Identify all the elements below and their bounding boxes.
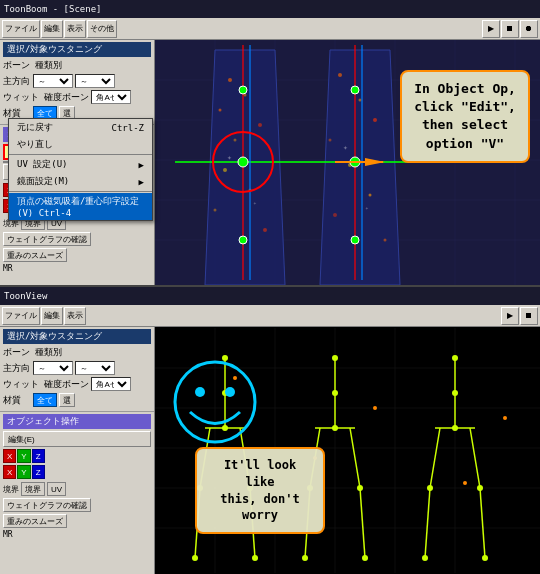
svg-point-104 [225, 387, 235, 397]
uv-text: UV 設定(U) [17, 158, 68, 171]
undo-shortcut: Ctrl-Z [111, 123, 144, 133]
bottom-misc-row: 重みのスムーズ [3, 514, 151, 528]
dropdown-item-v[interactable]: 頂点の磁気吸着/重心印字設定(V) Ctrl-4 [9, 193, 152, 220]
bottom-bone-label: ボーン 種類別 [3, 346, 62, 359]
svg-point-81 [357, 485, 363, 491]
redo-text: やり直し [17, 138, 53, 151]
main-container: ToonBoom - [Scene] ファイル 編集 表示 その他 ▶ ⏹ ⏺ … [0, 0, 540, 574]
bottom-angle-select[interactable]: 角Aせ [91, 377, 131, 391]
svg-point-38 [239, 236, 247, 244]
toolbar-icon-1[interactable]: ▶ [482, 20, 500, 38]
bottom-dir-label: 主方向 [3, 362, 31, 375]
bottom-menu-file[interactable]: ファイル [2, 307, 40, 325]
dropdown-item-mirror[interactable]: 鏡面設定(M) ▶ [9, 173, 152, 190]
svg-point-102 [175, 362, 255, 442]
svg-text:✦: ✦ [343, 143, 348, 152]
svg-point-36 [239, 86, 247, 94]
dropdown-item-uv[interactable]: UV 設定(U) ▶ [9, 156, 152, 173]
menu-edit[interactable]: 編集 [41, 20, 63, 38]
bottom-uv-row: 境界 境界 UV [3, 482, 151, 496]
bottom-btn-z1[interactable]: Z [32, 449, 45, 463]
bottom-tab-1[interactable]: 境界 [21, 482, 45, 496]
width-label: ウィット 確度ボーン [3, 91, 89, 104]
bottom-direction-row: 主方向 ～ ～ [3, 361, 151, 375]
bottom-menu-edit[interactable]: 編集 [41, 307, 63, 325]
bubble-line2: click "Edit", [414, 99, 516, 114]
bottom-viewport: It'll look like this, don't worry [155, 327, 540, 574]
svg-point-29 [333, 213, 337, 217]
bottom-play-btn[interactable]: ▶ [501, 307, 519, 325]
bottom-toolbar: ファイル 編集 表示 ▶ ⏹ [0, 305, 540, 327]
bottom-btn-all[interactable]: 全て [33, 393, 57, 407]
bottom-width-row: ウィット 確度ボーン 角Aせ [3, 377, 151, 391]
separator-1 [9, 154, 152, 155]
svg-point-78 [332, 390, 338, 396]
svg-point-43 [351, 236, 359, 244]
bottom-dir-select[interactable]: ～ [33, 361, 73, 375]
bottom-btn-x1[interactable]: X [3, 449, 16, 463]
top-titlebar: ToonBoom - [Scene] [0, 0, 540, 18]
bottom-menu-view[interactable]: 表示 [64, 307, 86, 325]
svg-text:✦: ✦ [227, 153, 232, 162]
toolbar-icon-3[interactable]: ⏺ [520, 20, 538, 38]
svg-point-91 [452, 390, 458, 396]
bottom-btn-y1[interactable]: Y [17, 449, 30, 463]
smiley-face [170, 357, 260, 447]
svg-point-93 [427, 485, 433, 491]
svg-point-23 [338, 73, 342, 77]
bottom-btn-x2[interactable]: X [3, 465, 16, 479]
svg-point-77 [332, 355, 338, 361]
bottom-edit-btn[interactable]: 編集(E) [3, 431, 151, 447]
bottom-stop-btn[interactable]: ⏹ [520, 307, 538, 325]
dropdown-item-redo[interactable]: やり直し [9, 136, 152, 153]
angle-select[interactable]: 角Aせ [91, 90, 131, 104]
bubble-line3: then select [422, 117, 508, 132]
bone-label: ボーン 種類別 [3, 59, 62, 72]
top-info-bubble: In Object Op, click "Edit", then select … [400, 70, 530, 163]
svg-point-28 [369, 194, 372, 197]
reset-row: ウェイトグラフの確認 [3, 232, 151, 246]
direction-select2[interactable]: ～ [75, 74, 115, 88]
undo-text: 元に戻す [17, 121, 53, 134]
misc-label: MR [3, 264, 13, 273]
top-title: ToonBoom - [Scene] [4, 4, 102, 14]
bottom-tab-uv[interactable]: UV [47, 482, 66, 496]
menu-other[interactable]: その他 [87, 20, 117, 38]
bottom-mr-row: MR [3, 530, 151, 539]
menu-view[interactable]: 表示 [64, 20, 86, 38]
svg-text:✦: ✦ [253, 199, 257, 206]
bottom-width-label: ウィット 確度ボーン [3, 378, 89, 391]
top-window: ToonBoom - [Scene] ファイル 編集 表示 その他 ▶ ⏹ ⏺ … [0, 0, 540, 287]
mirror-arrow: ▶ [139, 177, 144, 187]
bottom-dir-select2[interactable]: ～ [75, 361, 115, 375]
separator-2 [9, 191, 152, 192]
svg-point-20 [263, 228, 267, 232]
bottom-content: 選択/対象ウスタニング ボーン 種類別 主方向 ～ ～ ウ [0, 327, 540, 574]
svg-point-37 [238, 157, 248, 167]
mirror-text: 鏡面設定(M) [17, 175, 69, 188]
svg-point-92 [452, 425, 458, 431]
misc-btn1[interactable]: 重みのスムーズ [3, 248, 67, 262]
svg-point-41 [351, 86, 359, 94]
svg-point-95 [422, 555, 428, 561]
bottom-smooth-btn[interactable]: 重みのスムーズ [3, 514, 67, 528]
dropdown-item-undo[interactable]: 元に戻す Ctrl-Z [9, 119, 152, 136]
bottom-btn-y2[interactable]: Y [17, 465, 30, 479]
bottom-titlebar: ToonView [0, 287, 540, 305]
bottom-btn-z2[interactable]: Z [32, 465, 45, 479]
svg-point-100 [463, 481, 467, 485]
bottom-obj-op-title: オブジェクト操作 [3, 414, 151, 429]
direction-select[interactable]: ～ [33, 74, 73, 88]
bottom-weight-graph-btn[interactable]: ウェイトグラフの確認 [3, 498, 91, 512]
bottom-mr-label: MR [3, 530, 13, 539]
svg-point-24 [359, 99, 362, 102]
bottom-bubble-line1: It'll look like [224, 458, 296, 489]
toolbar-icon-2[interactable]: ⏹ [501, 20, 519, 38]
weight-graph-btn[interactable]: ウェイトグラフの確認 [3, 232, 91, 246]
bottom-bubble-line2: this, don't worry [220, 492, 299, 523]
menu-file[interactable]: ファイル [2, 20, 40, 38]
svg-point-26 [329, 139, 332, 142]
bottom-btn-select[interactable]: 選 [59, 393, 75, 407]
svg-point-94 [477, 485, 483, 491]
svg-point-103 [195, 387, 205, 397]
